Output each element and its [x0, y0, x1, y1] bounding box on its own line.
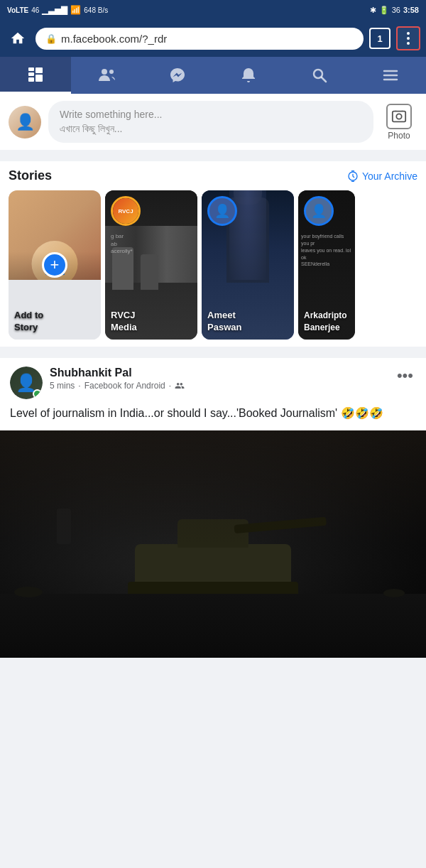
post-box: 👤 Write something here... এখানে কিছু লিখ… — [0, 94, 426, 150]
online-indicator — [33, 389, 42, 398]
svg-rect-3 — [36, 67, 43, 73]
url-text: m.facebook.com/?_rdr — [61, 33, 167, 45]
post-placeholder-line1: Write something here... — [60, 108, 362, 122]
carrier-label: VoLTE — [7, 6, 28, 14]
post-dot: · — [78, 381, 80, 391]
audience-icon — [175, 381, 185, 391]
stories-section: Stories Your Archive 👤 — [0, 161, 426, 347]
status-bar: VoLTE 46 ▁▃▅▇ 📶 648 B/s ✱ 🔋 36 3:58 — [0, 0, 426, 20]
svg-rect-4 — [36, 75, 43, 82]
rvcj-label: RVCJ Media — [111, 310, 137, 334]
post-placeholder-line2: এখানে কিছু লিখুন... — [60, 122, 362, 136]
network-bars: ▁▃▅▇ — [42, 5, 67, 15]
post-image — [0, 430, 426, 658]
battery-icon: 🔋 — [379, 6, 389, 15]
arkadripto-label: Arkadripto Banerjee — [304, 310, 347, 334]
battery-level: 36 — [392, 6, 400, 14]
post-options-button[interactable]: ••• — [394, 367, 416, 385]
post-time: 5 mins — [50, 381, 75, 391]
facebook-nav — [0, 57, 426, 94]
bluetooth-icon: ✱ — [370, 6, 376, 15]
add-story-label: Add to Story — [14, 310, 43, 334]
story-arkadripto[interactable]: your boyfriend calls you prleaves you on… — [298, 190, 355, 340]
svg-rect-2 — [28, 77, 34, 82]
story-rvcj[interactable]: g barabacerolly* RVCJ RVCJ Media — [105, 190, 197, 340]
svg-point-5 — [102, 69, 107, 75]
time-label: 3:58 — [403, 6, 419, 14]
browser-home-button[interactable] — [6, 26, 30, 50]
add-story-card[interactable]: 👤 + Add to Story — [9, 190, 101, 340]
post-time-row: 5 mins · Facebook for Android · — [50, 381, 387, 391]
your-archive-button[interactable]: Your Archive — [347, 170, 417, 182]
post-header: 👤 Shubhankit Pal 5 mins · Facebook for A… — [0, 358, 426, 405]
post-text: Level of journalism in India...or should… — [0, 405, 426, 430]
svg-line-8 — [322, 77, 326, 82]
post-dot2: · — [169, 381, 171, 391]
svg-rect-0 — [28, 67, 34, 71]
post-avatar: 👤 — [10, 367, 43, 399]
post-meta: Shubhankit Pal 5 mins · Facebook for And… — [50, 367, 387, 391]
nav-notifications[interactable] — [213, 57, 284, 94]
photo-label: Photo — [388, 131, 410, 141]
svg-rect-12 — [393, 111, 405, 121]
browser-menu-button[interactable] — [396, 26, 420, 50]
post-platform: Facebook for Android — [84, 381, 165, 391]
status-right: ✱ 🔋 36 3:58 — [370, 6, 419, 15]
photo-button[interactable]: Photo — [381, 104, 417, 141]
stories-row: 👤 + Add to Story — [9, 190, 417, 347]
url-bar[interactable]: 🔒 m.facebook.com/?_rdr — [36, 28, 364, 50]
your-archive-label: Your Archive — [362, 170, 417, 182]
svg-rect-1 — [28, 72, 34, 76]
wifi-icon: 📶 — [70, 5, 81, 15]
nav-home[interactable] — [0, 57, 71, 94]
divider-1 — [0, 150, 426, 156]
nav-menu[interactable] — [355, 57, 426, 94]
nav-messenger[interactable] — [142, 57, 213, 94]
status-left: VoLTE 46 ▁▃▅▇ 📶 648 B/s — [7, 5, 108, 15]
divider-2 — [0, 347, 426, 352]
browser-bar: 🔒 m.facebook.com/?_rdr 1 — [0, 20, 426, 57]
post-card: 👤 Shubhankit Pal 5 mins · Facebook for A… — [0, 358, 426, 658]
nav-friends[interactable] — [71, 57, 142, 94]
tab-count-button[interactable]: 1 — [369, 28, 390, 49]
nav-search[interactable] — [284, 57, 355, 94]
svg-point-6 — [109, 70, 114, 74]
post-author: Shubhankit Pal — [50, 367, 387, 379]
user-avatar: 👤 — [9, 106, 41, 139]
story-ameet[interactable]: 👤 Ameet Paswan — [202, 190, 294, 340]
ameet-label: Ameet Paswan — [207, 310, 241, 334]
svg-point-13 — [396, 114, 401, 119]
data-speed: 648 B/s — [84, 6, 108, 14]
stories-header: Stories Your Archive — [9, 168, 417, 183]
photo-icon — [386, 104, 412, 129]
post-input[interactable]: Write something here... এখানে কিছু লিখুন… — [48, 101, 373, 143]
lock-icon: 🔒 — [45, 33, 57, 44]
signal-label: 46 — [31, 6, 39, 14]
stories-title: Stories — [9, 168, 52, 183]
